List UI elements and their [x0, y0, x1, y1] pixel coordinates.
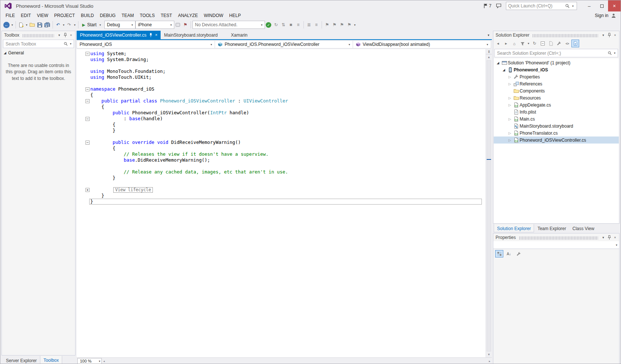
- tab-server-explorer[interactable]: Server Explorer: [3, 356, 40, 364]
- menu-edit[interactable]: EDIT: [18, 12, 34, 19]
- vertical-scrollbar[interactable]: ⇕ ▲ ▼: [486, 49, 492, 357]
- solution-explorer-header[interactable]: Solution Explorer ▾ ×: [493, 31, 619, 39]
- tab-mainstoryboard-storyboard[interactable]: MainStoryboard.storyboard: [161, 31, 221, 39]
- preview-selected-items-icon[interactable]: [571, 40, 579, 47]
- menu-help[interactable]: HELP: [226, 12, 244, 19]
- menu-analyze[interactable]: ANALYZE: [175, 12, 201, 19]
- view-code-icon[interactable]: <>: [563, 40, 571, 47]
- expand-node-icon[interactable]: ▷: [507, 117, 513, 121]
- collapse-node-icon[interactable]: ◢: [501, 68, 507, 72]
- solution-explorer-search-box[interactable]: ▾: [494, 49, 618, 57]
- pin-icon[interactable]: [62, 32, 68, 38]
- tab-class-view[interactable]: Class View: [570, 224, 597, 232]
- properties-icon[interactable]: [555, 40, 563, 47]
- solution-platform-select[interactable]: iPhone ▾: [135, 21, 174, 29]
- tab-toolbox[interactable]: Toolbox: [40, 356, 62, 364]
- menu-build[interactable]: BUILD: [78, 12, 97, 19]
- code-line[interactable]: public partial class Phoneword_iOSViewCo…: [90, 98, 486, 104]
- window-position-chevron-icon[interactable]: ▾: [56, 32, 62, 38]
- code-line[interactable]: }: [90, 128, 486, 134]
- navigation-history-chevron-icon[interactable]: ▾: [10, 21, 14, 29]
- search-icon[interactable]: [64, 42, 68, 46]
- tree-item-phoneword-ios[interactable]: ◢Phoneword_iOS: [494, 66, 619, 73]
- code-line[interactable]: public Phoneword_iOSViewController(IntPt…: [90, 110, 486, 116]
- toggle-bookmark-button[interactable]: ⚑: [323, 21, 331, 29]
- toolbox-search-box[interactable]: ▾: [3, 40, 74, 48]
- tree-item-appdelegate-cs[interactable]: ▷C#AppDelegate.cs: [494, 101, 619, 108]
- zoom-select[interactable]: 100 % ▾: [77, 358, 102, 364]
- close-icon[interactable]: ×: [155, 33, 157, 37]
- indent-lines-button[interactable]: ≣: [305, 21, 313, 29]
- code-line[interactable]: using MonoTouch.UIKit;: [90, 74, 486, 80]
- filter-chevron-icon[interactable]: ▾: [527, 40, 530, 48]
- undo-chevron-icon[interactable]: ▾: [62, 21, 66, 29]
- code-line[interactable]: using System;: [90, 51, 486, 57]
- code-line[interactable]: View lifecycle: [90, 187, 486, 193]
- toolbox-header[interactable]: Toolbox ▾ ×: [2, 31, 75, 39]
- collapse-node-icon[interactable]: ◢: [495, 61, 501, 65]
- menu-tools[interactable]: TOOLS: [137, 12, 158, 19]
- code-line[interactable]: }: [90, 199, 486, 205]
- code-line[interactable]: }: [90, 193, 486, 199]
- code-line[interactable]: {: [90, 122, 486, 128]
- code-line[interactable]: namespace Phoneword_iOS: [90, 86, 486, 92]
- maximize-button[interactable]: [595, 0, 608, 11]
- code-line[interactable]: {: [90, 145, 486, 151]
- scroll-down-icon[interactable]: ▼: [487, 352, 490, 357]
- tree-item-info-plist[interactable]: Info.plist: [494, 108, 619, 115]
- pin-icon[interactable]: [606, 235, 612, 240]
- chevron-down-icon[interactable]: ▾: [69, 40, 73, 48]
- home-icon[interactable]: ⌂: [510, 40, 518, 47]
- fold-cell[interactable]: –: [85, 86, 90, 92]
- code-line[interactable]: using MonoTouch.Foundation;: [90, 68, 486, 74]
- solution-explorer-search-input[interactable]: [497, 51, 607, 56]
- alphabetical-button[interactable]: A↓: [505, 250, 513, 257]
- tab-team-explorer[interactable]: Team Explorer: [534, 224, 569, 232]
- connect-to-mac-flag-icon[interactable]: ⚑: [182, 21, 189, 29]
- start-debugging-button[interactable]: ▶ Start ▾: [80, 21, 104, 29]
- fold-cell[interactable]: –: [85, 51, 90, 57]
- build-target-icon[interactable]: [174, 21, 182, 29]
- expand-node-icon[interactable]: ▷: [507, 138, 513, 142]
- scrollbar-thumb[interactable]: [487, 60, 491, 351]
- device-select[interactable]: No Devices Attached. ▾: [192, 21, 265, 29]
- redo-button[interactable]: ↷: [66, 21, 73, 29]
- code-line[interactable]: [90, 80, 486, 86]
- menu-team[interactable]: TEAM: [118, 12, 137, 19]
- redo-chevron-icon[interactable]: ▾: [73, 21, 77, 29]
- scroll-right-icon[interactable]: ▸: [489, 360, 490, 363]
- code-line[interactable]: [90, 181, 486, 187]
- code-line[interactable]: {: [90, 104, 486, 110]
- search-icon[interactable]: [565, 4, 570, 8]
- property-pages-button[interactable]: [514, 250, 523, 257]
- member-dropdown[interactable]: ViewDidDisappear(bool animated) ▾: [353, 40, 491, 48]
- breakpoints-list-button[interactable]: ≡: [295, 21, 302, 29]
- filter-icon[interactable]: [518, 40, 526, 47]
- user-icon[interactable]: [611, 13, 616, 18]
- horizontal-scrollbar[interactable]: ◂ ▸: [102, 358, 492, 364]
- properties-grid[interactable]: [493, 259, 619, 364]
- sign-in-link[interactable]: Sign in: [595, 13, 608, 18]
- outline-lines-button[interactable]: ≡: [313, 21, 320, 29]
- tree-item-main-cs[interactable]: ▷C#Main.cs: [494, 115, 619, 122]
- menu-test[interactable]: TEST: [158, 12, 175, 19]
- new-file-button[interactable]: [17, 21, 25, 29]
- status-check-button[interactable]: ✓: [265, 21, 272, 29]
- menu-file[interactable]: FILE: [3, 12, 18, 19]
- code-line[interactable]: public override void DidReceiveMemoryWar…: [90, 139, 486, 145]
- window-position-chevron-icon[interactable]: ▾: [600, 32, 606, 38]
- fold-cell[interactable]: +: [85, 187, 90, 193]
- undo-button[interactable]: ↶: [54, 21, 62, 29]
- code-line[interactable]: // Release any cached data, images, etc …: [90, 169, 486, 175]
- code-line[interactable]: : base(handle): [90, 116, 486, 122]
- tree-item-solution-phoneword-1-project[interactable]: ◢Solution 'Phoneword' (1 project): [494, 59, 619, 66]
- tree-item-references[interactable]: ▷References: [494, 80, 619, 87]
- toolbox-search-input[interactable]: [6, 41, 63, 47]
- pin-icon[interactable]: [149, 33, 152, 37]
- code-line[interactable]: using System.Drawing;: [90, 57, 486, 63]
- collapse-region-icon[interactable]: –: [85, 52, 90, 56]
- toolbox-group-general[interactable]: ◢ General: [2, 49, 75, 57]
- refresh-icon[interactable]: ↻: [531, 40, 538, 47]
- code-line[interactable]: base.DidReceiveMemoryWarning();: [90, 157, 486, 163]
- navigate-back-icon[interactable]: ◂: [494, 40, 502, 47]
